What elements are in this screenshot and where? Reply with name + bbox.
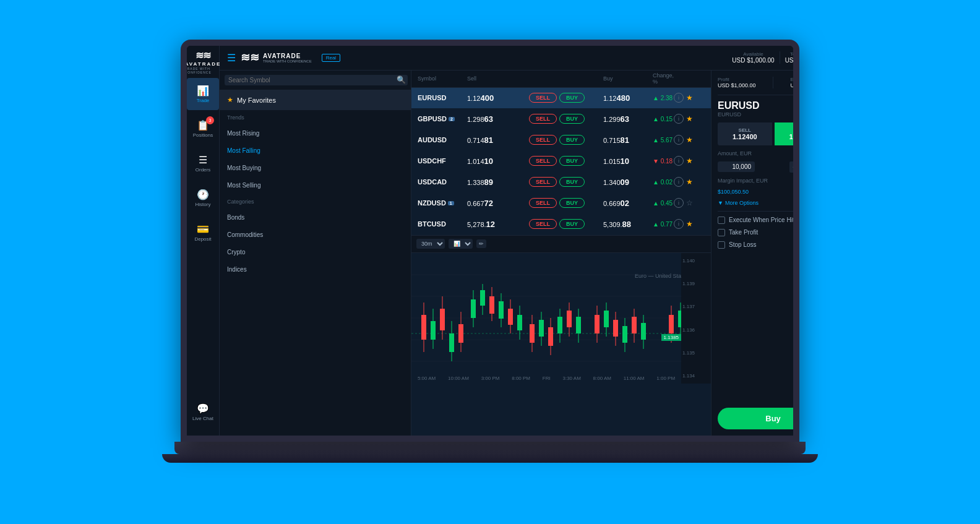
chevron-down-icon: ▼ (718, 200, 723, 206)
buy-gbpusd: 1.29963 (603, 114, 653, 124)
th-change: Change, % (653, 72, 674, 85)
star-button-usdchf[interactable]: ★ (686, 157, 693, 165)
star-button-eurusd[interactable]: ★ (686, 93, 693, 102)
amount-input[interactable] (718, 161, 755, 172)
icons-eurusd: i ★ (674, 93, 705, 103)
stop-loss-checkbox-row[interactable]: Stop Loss (718, 241, 799, 249)
buy-button-eurusd[interactable]: BUY (559, 93, 585, 103)
search-icon: 🔍 (397, 75, 406, 84)
laptop-bottom (162, 454, 818, 463)
buy-final-button[interactable]: Buy (718, 408, 799, 429)
sell-eurusd: 1.12400 (467, 93, 529, 103)
trend-item-most-buying[interactable]: Most Buying (220, 160, 411, 177)
star-button-usdcad[interactable]: ★ (686, 178, 693, 186)
draw-tool-button[interactable]: ✏ (476, 239, 486, 248)
info-button-btcusd[interactable]: i (674, 219, 684, 229)
table-row[interactable]: EURUSD 1.12400 SELL BUY 1.12480 ▲ 2.38 i… (411, 88, 711, 109)
star-button-btcusd[interactable]: ★ (686, 220, 693, 228)
icons-usdchf: i ★ (674, 156, 705, 166)
table-row[interactable]: USDCAD 1.33889 SELL BUY 1.34009 ▲ 0.02 i… (411, 172, 711, 193)
info-button-eurusd[interactable]: i (674, 93, 684, 103)
sell-button-usdchf[interactable]: SELL (529, 156, 557, 166)
sidebar-item-deposit[interactable]: 💳 Deposit (187, 217, 219, 249)
sidebar-item-orders[interactable]: ☰ Orders (187, 147, 219, 179)
table-row[interactable]: AUDUSD 0.71481 SELL BUY 0.71581 ▲ 5.67 i… (411, 130, 711, 151)
sell-btcusd: 5,278.12 (467, 220, 529, 229)
main-area: ☰ ≋≋ AVATRADE TRADE WITH CONFIDENCE Real… (220, 46, 799, 436)
buy-eurusd: 1.12480 (603, 93, 653, 103)
real-badge: Real (322, 54, 340, 62)
symbol-btcusd: BTCUSD (418, 220, 467, 228)
buy-button-btcusd[interactable]: BUY (559, 219, 585, 229)
execute-checkbox[interactable] (718, 217, 725, 224)
logo-mark: ≋≋ (196, 49, 210, 61)
category-bonds[interactable]: Bonds (220, 209, 411, 226)
sidebar-item-livechat[interactable]: 💬 Live Chat (187, 396, 219, 428)
svg-rect-29 (530, 324, 535, 343)
category-commodities[interactable]: Commodities (220, 226, 411, 244)
take-profit-checkbox[interactable] (718, 229, 725, 236)
star-button-audusd[interactable]: ★ (686, 135, 693, 144)
sidebar-item-trade[interactable]: 📊 Trade (187, 78, 219, 110)
sidebar-label-deposit: Deposit (194, 236, 211, 242)
panel-equity-label: Equity (790, 77, 799, 82)
info-button-usdcad[interactable]: i (674, 177, 684, 187)
trend-item-most-selling[interactable]: Most Selling (220, 177, 411, 194)
star-button-nzdusd[interactable]: ☆ (686, 199, 693, 207)
table-row[interactable]: NZDUSD 1 0.66772 SELL BUY 0.66902 ▲ 0.45… (411, 193, 711, 214)
my-favorites-item[interactable]: ★ My Favorites (220, 90, 411, 110)
sell-button-gbpusd[interactable]: SELL (529, 114, 557, 124)
buy-price-button[interactable]: BUY 1.12480 (775, 122, 799, 145)
favorites-star-icon: ★ (227, 96, 233, 104)
trend-item-most-falling[interactable]: Most Falling (220, 142, 411, 160)
table-row[interactable]: BTCUSD 5,278.12 SELL BUY 5,309.88 ▲ 0.77… (411, 214, 711, 235)
sidebar-label-trade: Trade (197, 98, 210, 103)
menu-icon[interactable]: ☰ (227, 52, 236, 64)
content-area: 🔍 ★ My Favorites Trends Most Risin (220, 71, 799, 436)
timeframe-select[interactable]: 30m 1h 4h 1D (416, 239, 445, 249)
table-row[interactable]: USDCHF 1.01410 SELL BUY 1.01510 ▼ 0.18 i… (411, 151, 711, 172)
info-button-audusd[interactable]: i (674, 135, 684, 145)
trends-label: Trends (220, 110, 411, 125)
actions-nzdusd: SELL BUY (529, 198, 603, 208)
category-crypto[interactable]: Crypto (220, 244, 411, 261)
sidebar-item-positions[interactable]: 3 📋 Positions (187, 113, 219, 145)
sidebar-item-history[interactable]: 🕐 History (187, 182, 219, 214)
stop-loss-checkbox[interactable] (718, 241, 725, 249)
info-button-gbpusd[interactable]: i (674, 114, 684, 124)
panel-symbol-title: EURUSD (718, 100, 760, 111)
svg-rect-9 (431, 321, 436, 340)
panel-header: EURUSD EURUSD ✕ (718, 100, 799, 118)
info-button-usdchf[interactable]: i (674, 156, 684, 166)
take-profit-checkbox-row[interactable]: Take Profit (718, 229, 799, 236)
topbar: ☰ ≋≋ AVATRADE TRADE WITH CONFIDENCE Real… (220, 46, 799, 71)
sell-button-nzdusd[interactable]: SELL (529, 198, 557, 208)
more-options-link[interactable]: ▼ More Options (718, 200, 799, 206)
buy-button-audusd[interactable]: BUY (559, 135, 585, 145)
topbar-total: Total Allocated USD $1,000.00 (785, 51, 799, 64)
sell-price-button[interactable]: SELL 1.12400 (718, 122, 772, 145)
buy-button-nzdusd[interactable]: BUY (559, 198, 585, 208)
category-indices[interactable]: Indices (220, 261, 411, 278)
chart-type-select[interactable]: 📊 (449, 239, 473, 249)
categories-label: Categories (220, 194, 411, 209)
change-usdchf: ▼ 0.18 (653, 158, 674, 165)
search-input[interactable] (225, 75, 408, 85)
execute-checkbox-row[interactable]: Execute When Price Hits (718, 217, 799, 224)
trend-item-most-rising[interactable]: Most Rising (220, 125, 411, 142)
sell-button-btcusd[interactable]: SELL (529, 219, 557, 229)
buy-button-gbpusd[interactable]: BUY (559, 114, 585, 124)
sidebar-label-history: History (196, 202, 211, 207)
svg-rect-33 (548, 327, 553, 346)
lot-decrease-button[interactable]: − (789, 161, 799, 173)
livechat-icon: 💬 (197, 403, 209, 414)
sell-button-audusd[interactable]: SELL (529, 135, 557, 145)
buy-button-usdchf[interactable]: BUY (559, 156, 585, 166)
sell-button-usdcad[interactable]: SELL (529, 177, 557, 187)
table-row[interactable]: GBPUSD 2 1.29863 SELL BUY 1.29963 ▲ 0.15… (411, 109, 711, 130)
sell-button-eurusd[interactable]: SELL (529, 93, 557, 103)
buy-button-usdcad[interactable]: BUY (559, 177, 585, 187)
star-button-gbpusd[interactable]: ★ (686, 114, 693, 123)
actions-usdcad: SELL BUY (529, 177, 603, 187)
info-button-nzdusd[interactable]: i (674, 198, 684, 208)
